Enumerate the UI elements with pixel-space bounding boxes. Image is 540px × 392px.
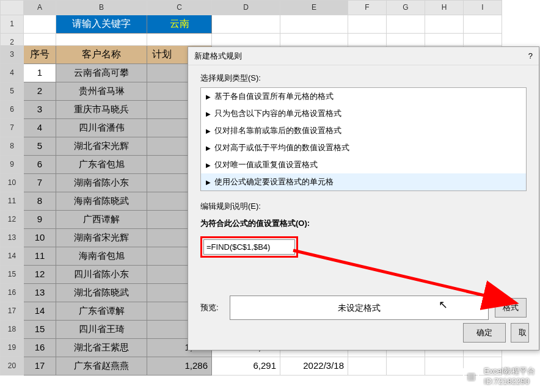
cell-name[interactable]: 湖南省陈小东 — [56, 174, 147, 192]
cell[interactable] — [387, 15, 425, 34]
row-header[interactable]: 4 — [0, 64, 24, 82]
rule-type-list[interactable]: 基于各自值设置所有单元格的格式 只为包含以下内容的单元格设置格式 仅对排名靠前或… — [200, 87, 527, 191]
cell-seq[interactable]: 13 — [24, 284, 56, 302]
row-header[interactable]: 7 — [0, 119, 24, 137]
row-header[interactable]: 6 — [0, 101, 24, 119]
col-header-a[interactable]: A — [24, 0, 56, 15]
table-header[interactable]: 客户名称 — [56, 46, 147, 64]
row-header[interactable]: 14 — [0, 247, 24, 266]
cell[interactable] — [212, 34, 280, 46]
cell-seq[interactable]: 9 — [24, 211, 56, 229]
cell[interactable] — [348, 34, 387, 46]
row-header[interactable]: 16 — [0, 284, 24, 302]
row-header[interactable]: 13 — [0, 229, 24, 247]
cell-name[interactable]: 广东省包旭 — [56, 156, 147, 174]
cell[interactable] — [387, 34, 425, 46]
cell-name[interactable]: 云南省高可攀 — [56, 64, 147, 82]
rule-type-item[interactable]: 仅对排名靠前或靠后的数值设置格式 — [201, 122, 526, 139]
row-header[interactable]: 15 — [0, 266, 24, 284]
row-header[interactable]: 10 — [0, 174, 24, 192]
rule-type-item[interactable]: 仅对唯一值或重复值设置格式 — [201, 156, 526, 173]
row-header[interactable]: 9 — [0, 156, 24, 174]
cell-seq[interactable]: 12 — [24, 266, 56, 284]
keyword-value-cell[interactable]: 云南 — [147, 15, 212, 34]
col-header-h[interactable]: H — [425, 0, 464, 15]
row-header[interactable]: 2 — [0, 34, 24, 46]
rule-type-item[interactable]: 基于各自值设置所有单元格的格式 — [201, 88, 526, 105]
cell[interactable] — [425, 15, 464, 34]
row-header[interactable]: 12 — [0, 211, 24, 229]
cell-name[interactable]: 海南省陈晓武 — [56, 192, 147, 211]
row-header[interactable]: 19 — [0, 339, 24, 357]
cell-name[interactable]: 广东省赵燕燕 — [56, 357, 147, 376]
cell[interactable] — [425, 357, 464, 376]
cell-seq[interactable]: 11 — [24, 247, 56, 266]
cell[interactable]: 2022/3/18 — [280, 357, 348, 376]
cell-name[interactable]: 广东省谭解 — [56, 302, 147, 321]
row-header[interactable]: 1 — [0, 15, 24, 34]
cell-seq[interactable]: 3 — [24, 101, 56, 119]
cell-name[interactable]: 四川省潘伟 — [56, 119, 147, 137]
col-header-c[interactable]: C — [147, 0, 212, 15]
rule-type-item-selected[interactable]: 使用公式确定要设置格式的单元格 — [201, 173, 526, 191]
cell[interactable] — [425, 34, 464, 46]
cell-name[interactable]: 湖北省宋光辉 — [56, 137, 147, 156]
row-header[interactable]: 17 — [0, 302, 24, 321]
cell-name[interactable]: 湖北省王紫思 — [56, 339, 147, 357]
help-icon[interactable]: ? — [528, 47, 533, 65]
row-header[interactable]: 11 — [0, 192, 24, 211]
cell-name[interactable]: 四川省王琦 — [56, 321, 147, 339]
cell-name[interactable]: 四川省陈小东 — [56, 266, 147, 284]
ok-button[interactable]: 确定 — [463, 323, 506, 343]
cell-seq[interactable]: 1 — [24, 64, 56, 82]
cell-seq[interactable]: 8 — [24, 192, 56, 211]
table-header[interactable]: 序号 — [24, 46, 56, 64]
cell-seq[interactable]: 14 — [24, 302, 56, 321]
row-header[interactable]: 5 — [0, 82, 24, 101]
cell-name[interactable]: 贵州省马琳 — [56, 82, 147, 101]
cell-value[interactable]: 1,286 — [147, 357, 212, 376]
cell[interactable]: 6,291 — [212, 357, 280, 376]
cancel-button[interactable]: 取 — [511, 323, 529, 343]
cell-seq[interactable]: 10 — [24, 229, 56, 247]
cell[interactable] — [348, 15, 387, 34]
row-header[interactable]: 20 — [0, 357, 24, 376]
cell-seq[interactable]: 17 — [24, 357, 56, 376]
col-header-i[interactable]: I — [464, 0, 502, 15]
col-header-d[interactable]: D — [212, 0, 280, 15]
format-button[interactable]: 格式 — [495, 298, 527, 318]
cell-seq[interactable]: 7 — [24, 174, 56, 192]
cell-seq[interactable]: 5 — [24, 137, 56, 156]
row-header[interactable]: 18 — [0, 321, 24, 339]
cell[interactable] — [348, 357, 387, 376]
cell[interactable] — [387, 357, 425, 376]
cell[interactable] — [56, 34, 147, 46]
col-header-e[interactable]: E — [280, 0, 348, 15]
cell-seq[interactable]: 16 — [24, 339, 56, 357]
col-header-f[interactable]: F — [348, 0, 387, 15]
dialog-titlebar[interactable]: 新建格式规则 ? — [188, 47, 539, 65]
col-header-b[interactable]: B — [56, 0, 147, 15]
cell-name[interactable]: 湖北省陈晓武 — [56, 284, 147, 302]
cell[interactable] — [280, 15, 348, 34]
cell-seq[interactable]: 6 — [24, 156, 56, 174]
rule-type-item[interactable]: 仅对高于或低于平均值的数值设置格式 — [201, 139, 526, 156]
cell[interactable] — [212, 15, 280, 34]
cell[interactable] — [280, 34, 348, 46]
row-header[interactable]: 8 — [0, 137, 24, 156]
cell-seq[interactable]: 2 — [24, 82, 56, 101]
cell-name[interactable]: 湖南省宋光辉 — [56, 229, 147, 247]
cell-seq[interactable]: 15 — [24, 321, 56, 339]
cell-seq[interactable]: 4 — [24, 119, 56, 137]
keyword-prompt-cell[interactable]: 请输入关键字 — [56, 15, 147, 34]
cell[interactable] — [147, 34, 212, 46]
cell[interactable] — [464, 34, 502, 46]
formula-input[interactable] — [203, 239, 295, 255]
row-header[interactable]: 3 — [0, 46, 24, 64]
rule-type-item[interactable]: 只为包含以下内容的单元格设置格式 — [201, 105, 526, 122]
cell[interactable] — [24, 34, 56, 46]
select-all-corner[interactable] — [0, 0, 24, 15]
cell[interactable] — [464, 15, 502, 34]
cell-name[interactable]: 广西谭解 — [56, 211, 147, 229]
cell-name[interactable]: 海南省包旭 — [56, 247, 147, 266]
